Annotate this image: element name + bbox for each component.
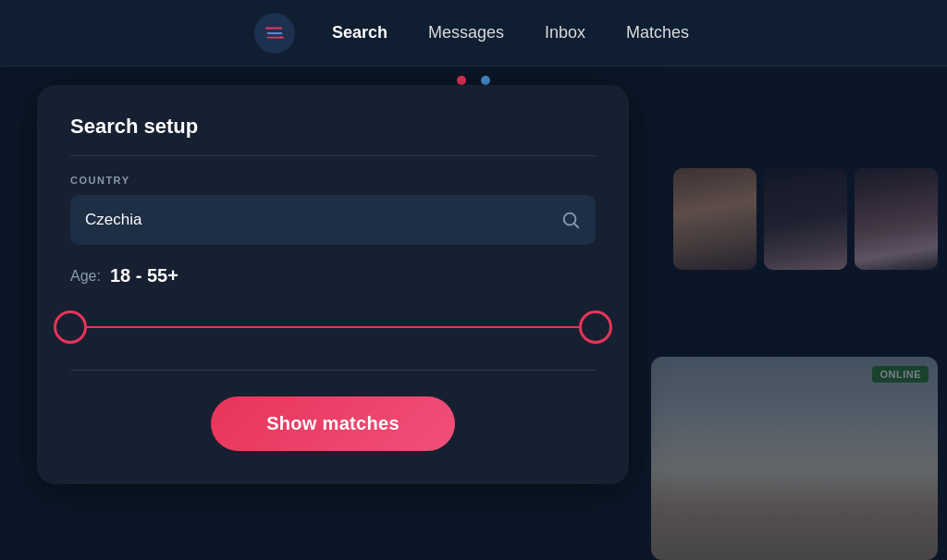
dot-red: [457, 76, 466, 85]
age-value: 18 - 55+: [110, 265, 178, 286]
show-matches-button[interactable]: Show matches: [211, 396, 455, 451]
main-content: ONLINE Search setup COUNTRY Age: 18 - 55…: [0, 67, 947, 560]
age-range-slider[interactable]: [70, 307, 596, 347]
country-search-button[interactable]: [560, 210, 581, 230]
modal-title: Search setup: [70, 115, 596, 156]
tab-matches[interactable]: Matches: [622, 18, 693, 48]
slider-track: [70, 326, 596, 328]
svg-line-10: [574, 224, 578, 227]
search-setup-modal: Search setup COUNTRY Age: 18 - 55+ Show …: [37, 85, 629, 484]
nav-dots: [457, 67, 490, 85]
slider-thumb-min[interactable]: [54, 310, 87, 344]
nav-bar: Search Messages Inbox Matches: [0, 0, 947, 67]
slider-thumb-max[interactable]: [579, 310, 612, 344]
tab-messages[interactable]: Messages: [424, 18, 508, 48]
age-label: Age:: [70, 268, 101, 285]
age-row: Age: 18 - 55+: [70, 265, 596, 286]
dot-blue: [481, 76, 490, 85]
tab-search[interactable]: Search: [328, 18, 391, 48]
settings-icon-button[interactable]: [254, 13, 295, 54]
country-input[interactable]: [85, 211, 560, 229]
modal-divider: [70, 370, 596, 371]
country-field-label: COUNTRY: [70, 175, 596, 186]
tab-inbox[interactable]: Inbox: [541, 18, 589, 48]
country-input-wrapper[interactable]: [70, 195, 596, 245]
